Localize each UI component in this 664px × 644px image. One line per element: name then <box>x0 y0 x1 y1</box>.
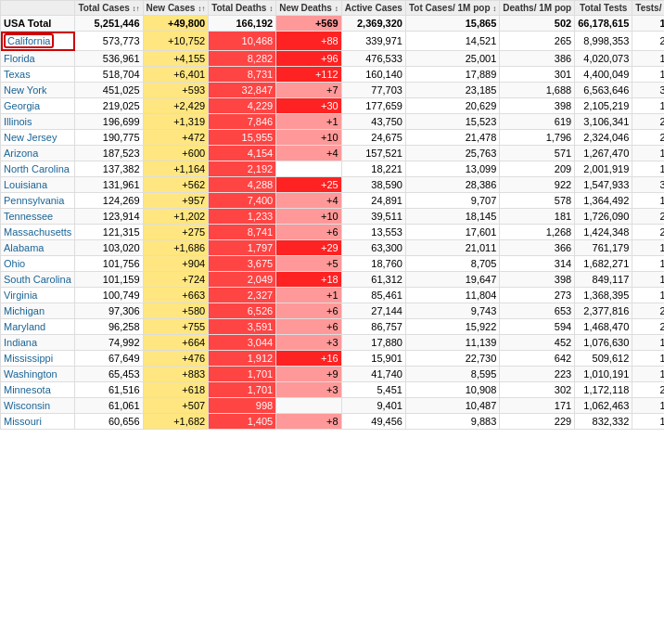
state-link[interactable]: Mississippi <box>4 353 53 364</box>
state-link[interactable]: Illinois <box>4 116 32 127</box>
active-cases: 177,659 <box>341 98 405 114</box>
state-link[interactable]: Pennsylvania <box>4 195 64 206</box>
state-link[interactable]: Michigan <box>4 305 45 316</box>
total-deaths: 10,468 <box>209 32 276 51</box>
active-cases: 27,144 <box>341 303 405 319</box>
new-deaths: +9 <box>276 367 341 382</box>
cases-per-m: 17,889 <box>405 67 499 83</box>
new-deaths: +10 <box>276 209 341 225</box>
tests-per-m: 182,477 <box>632 398 664 414</box>
col-header-total-cases[interactable]: Total Cases ↕↑ <box>75 1 143 16</box>
deaths-per-m: 398 <box>500 272 575 288</box>
total-cases: 74,992 <box>75 335 143 351</box>
state-link[interactable]: Louisiana <box>4 179 47 190</box>
total-cases: 518,704 <box>75 67 143 83</box>
new-cases: +724 <box>143 272 209 288</box>
cases-per-m: 8,705 <box>405 256 499 272</box>
col-header-state[interactable] <box>1 1 75 16</box>
new-deaths: +1 <box>276 288 341 303</box>
total-cases: 187,523 <box>75 146 143 161</box>
table-row: Arizona 187,523 +600 4,154 +4 157,521 25… <box>1 146 665 161</box>
state-link[interactable]: Indiana <box>4 337 37 348</box>
deaths-per-m: 1,688 <box>500 83 575 98</box>
tests-per-m: 337,401 <box>632 83 664 98</box>
table-row: Alabama 103,020 +1,686 1,797 +29 63,300 … <box>1 240 665 256</box>
state-link[interactable]: Maryland <box>4 321 45 332</box>
state-link[interactable]: North Carolina <box>4 163 70 174</box>
new-cases: +580 <box>143 303 209 319</box>
state-link[interactable]: Ohio <box>4 258 25 269</box>
deaths-per-m: 229 <box>500 414 575 430</box>
covid-stats-table: Total Cases ↕↑ New Cases ↕↑ Total Deaths… <box>0 0 664 430</box>
new-deaths: +29 <box>276 240 341 256</box>
total-cases: 121,315 <box>75 225 143 240</box>
state-link[interactable]: Texas <box>4 69 31 80</box>
col-header-total-deaths[interactable]: Total Deaths ↕ <box>209 1 276 16</box>
col-header-new-cases[interactable]: New Cases ↕↑ <box>143 1 209 16</box>
total-cases: 573,773 <box>75 32 143 51</box>
state-link[interactable]: Florida <box>4 53 35 64</box>
total-cases: 123,914 <box>75 209 143 225</box>
cases-per-m: 15,922 <box>405 319 499 335</box>
total-tests: 1,468,470 <box>575 319 632 335</box>
state-link[interactable]: New Jersey <box>4 132 57 143</box>
state-link[interactable]: Washington <box>4 368 57 380</box>
tests-per-m: 187,174 <box>632 51 664 67</box>
total-state: USA Total <box>1 16 75 32</box>
col-header-cases-per-m[interactable]: Tot Cases/ 1M pop ↕ <box>405 1 499 16</box>
deaths-per-m: 223 <box>500 367 575 382</box>
col-header-tests-per-m[interactable]: Tests/ 1M pop <box>632 1 664 16</box>
deaths-per-m: 594 <box>500 319 575 335</box>
state-link[interactable]: Missouri <box>4 416 42 427</box>
table-row: South Carolina 101,159 +724 2,049 +18 61… <box>1 272 665 288</box>
total-cases: 101,756 <box>75 256 143 272</box>
state-link[interactable]: South Carolina <box>4 274 71 285</box>
state-link[interactable]: Minnesota <box>4 384 51 395</box>
state-link[interactable]: Massachusetts <box>4 226 71 238</box>
total-cases: 5,251,446 <box>75 16 143 32</box>
active-cases: 39,511 <box>341 209 405 225</box>
cases-per-m: 22,730 <box>405 351 499 367</box>
table-row: Wisconsin 61,061 +507 998 9,401 10,487 1… <box>1 398 665 414</box>
state-link[interactable]: Tennessee <box>4 211 53 222</box>
active-cases: 18,221 <box>341 161 405 177</box>
total-deaths: 8,741 <box>209 225 276 240</box>
state-link[interactable]: Virginia <box>4 290 38 301</box>
new-cases: +562 <box>143 177 209 193</box>
state-link[interactable]: California <box>7 35 50 46</box>
new-cases: +472 <box>143 130 209 146</box>
state-link[interactable]: Alabama <box>4 242 44 253</box>
new-deaths: +3 <box>276 335 341 351</box>
cases-per-m: 25,001 <box>405 51 499 67</box>
cases-per-m: 23,185 <box>405 83 499 98</box>
active-cases: 24,675 <box>341 130 405 146</box>
new-deaths: +4 <box>276 193 341 209</box>
state-link[interactable]: Georgia <box>4 100 40 111</box>
table-row: Tennessee 123,914 +1,202 1,233 +10 39,51… <box>1 209 665 225</box>
state-name: Maryland <box>1 319 75 335</box>
col-header-new-deaths[interactable]: New Deaths ↕ <box>276 1 341 16</box>
state-name: Washington <box>1 367 75 382</box>
tests-per-m: 135,616 <box>632 414 664 430</box>
state-link[interactable]: New York <box>4 84 46 96</box>
cases-per-m: 21,011 <box>405 240 499 256</box>
table-row: Washington 65,453 +883 1,701 +9 41,740 8… <box>1 367 665 382</box>
table-row: New Jersey 190,775 +472 15,955 +10 24,67… <box>1 130 665 146</box>
col-header-total-tests[interactable]: Total Tests <box>575 1 632 16</box>
tests-per-m: 164,918 <box>632 272 664 288</box>
col-header-active-cases[interactable]: Active Cases <box>341 1 405 16</box>
col-header-deaths-per-m[interactable]: Deaths/ 1M pop <box>500 1 575 16</box>
total-new-deaths: +569 <box>276 16 341 32</box>
cases-per-m: 20,629 <box>405 98 499 114</box>
state-link[interactable]: Wisconsin <box>4 400 50 411</box>
active-cases: 157,521 <box>341 146 405 161</box>
table-row: Florida 536,961 +4,155 8,282 +96 476,533… <box>1 51 665 67</box>
state-link[interactable]: Arizona <box>4 148 38 159</box>
total-cases: 100,749 <box>75 288 143 303</box>
tests-per-m: 155,242 <box>632 240 664 256</box>
active-cases: 86,757 <box>341 319 405 335</box>
total-tests: 6,563,646 <box>575 83 632 98</box>
total-cases: 103,020 <box>75 240 143 256</box>
total-cases: 96,258 <box>75 319 143 335</box>
new-deaths: +6 <box>276 319 341 335</box>
